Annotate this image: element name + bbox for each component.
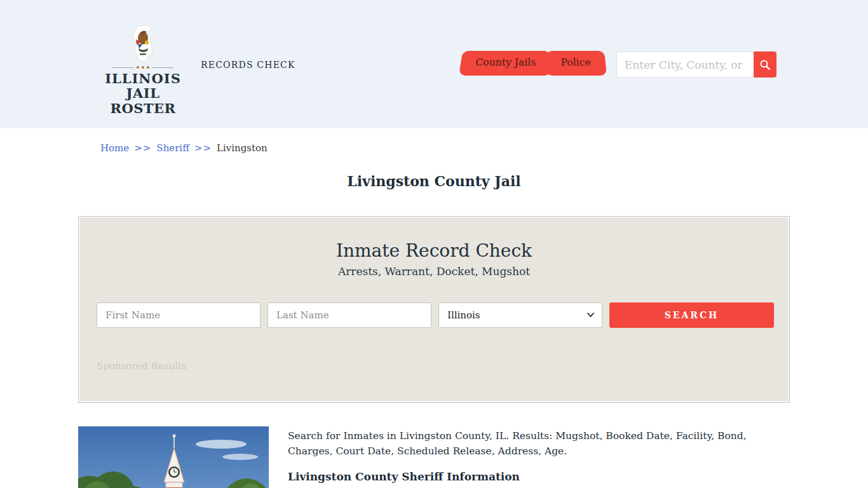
search-icon [759, 59, 771, 71]
inmate-record-check-box: Inmate Record Check Arrests, Warrant, Do… [78, 216, 790, 403]
first-name-input[interactable] [97, 302, 261, 328]
breadcrumb-current-livingston: Livingston [217, 142, 268, 154]
intro-paragraph: Search for Inmates in Livingston County,… [288, 428, 770, 459]
records-check-label: RECORDS CHECK [201, 60, 295, 70]
breadcrumb-sheriff[interactable]: Sheriff [156, 142, 189, 154]
record-check-title: Inmate Record Check [79, 240, 789, 261]
header-nav: County Jails Police [459, 50, 607, 76]
content-row: Search for Inmates in Livingston County,… [78, 426, 790, 488]
last-name-input[interactable] [268, 302, 431, 328]
record-check-form: Illinois SEARCH [97, 302, 774, 328]
content-text: Search for Inmates in Livingston County,… [288, 426, 770, 483]
sponsored-results-label: Sponsored Results [97, 360, 187, 372]
header-search-button[interactable] [754, 51, 776, 78]
record-check-subtitle: Arrests, Warrant, Docket, Mugshot [79, 265, 789, 278]
site-logo[interactable]: ILLINOIS JAIL ROSTER [102, 25, 184, 116]
facility-search-input[interactable] [616, 51, 754, 78]
illinois-state-seal-icon [128, 25, 158, 62]
nav-tab-police[interactable]: Police [546, 51, 607, 76]
state-select[interactable]: Illinois [438, 302, 602, 328]
page-title: Livingston County Jail [0, 173, 868, 189]
nav-tab-county-jails[interactable]: County Jails [459, 51, 551, 76]
logo-text-line1: ILLINOIS [102, 71, 184, 86]
logo-text-line2: JAIL ROSTER [102, 86, 184, 116]
courthouse-photo [78, 426, 269, 488]
breadcrumb: Home>>Sheriff>>Livingston [100, 142, 868, 154]
sheriff-info-heading: Livingston County Sheriff Information [288, 470, 770, 483]
search-button[interactable]: SEARCH [609, 302, 774, 328]
header-search [616, 51, 776, 78]
breadcrumb-separator: >> [134, 142, 151, 154]
breadcrumb-home[interactable]: Home [100, 142, 129, 154]
state-select-wrap: Illinois [438, 302, 602, 328]
logo-divider [112, 66, 173, 69]
site-header: ILLINOIS JAIL ROSTER RECORDS CHECK Count… [0, 0, 868, 128]
breadcrumb-separator: >> [194, 142, 212, 154]
